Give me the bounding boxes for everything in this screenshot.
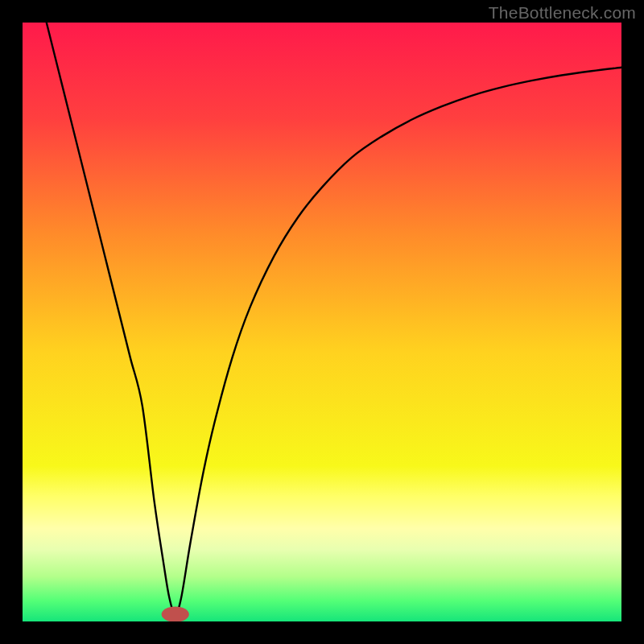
chart-svg <box>23 23 621 621</box>
watermark-text: TheBottleneck.com <box>489 3 636 23</box>
gradient-background <box>23 23 621 621</box>
chart-frame <box>23 23 621 621</box>
min-marker <box>162 606 189 621</box>
